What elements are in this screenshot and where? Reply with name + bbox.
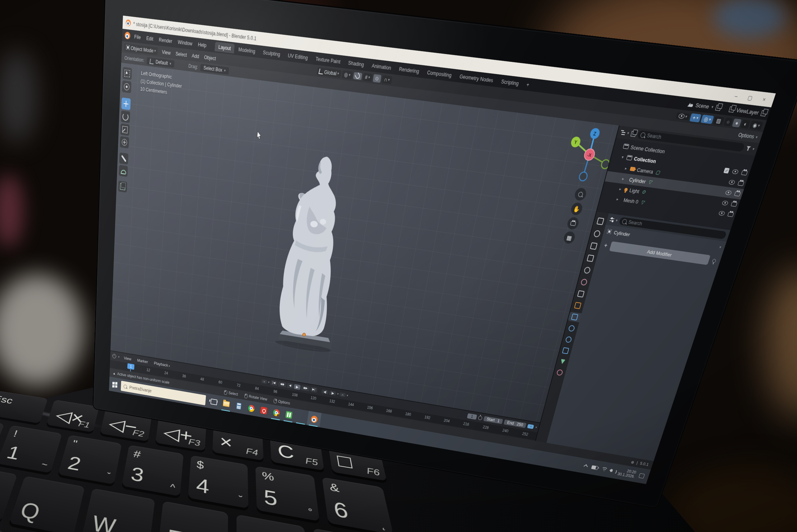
scene-selector[interactable]: Scene <box>695 102 710 110</box>
playhead[interactable]: 1 <box>127 363 134 370</box>
viewport-menu-object[interactable]: Object <box>202 53 219 62</box>
display-mode-icon[interactable] <box>630 131 637 137</box>
add-workspace-button[interactable]: + <box>523 81 533 88</box>
disable-in-renders-icon[interactable] <box>731 202 738 206</box>
disable-in-renders-icon[interactable] <box>738 180 744 186</box>
tab-sculpting[interactable]: Sculpting <box>259 47 284 59</box>
blender-menu-icon[interactable] <box>125 32 130 40</box>
tool-cursor[interactable] <box>122 80 132 93</box>
viewport-menu-add[interactable]: Add <box>189 51 202 60</box>
start-button[interactable] <box>112 382 117 387</box>
timeline-menu-view[interactable]: View <box>121 354 134 363</box>
visibility-dropdown[interactable]: ▾ <box>676 112 690 120</box>
options-dropdown[interactable]: Options ▾ <box>738 132 758 140</box>
filter-icon[interactable] <box>745 146 751 151</box>
outliner-editor-icon[interactable] <box>620 130 626 135</box>
shading-wireframe[interactable]: ○ <box>723 117 733 127</box>
new-scene-icon[interactable] <box>715 104 722 111</box>
show-overlays-toggle[interactable]: ◎▾ <box>701 115 715 124</box>
hide-in-viewport-icon[interactable] <box>722 200 729 205</box>
end-frame-field[interactable]: End 250 <box>504 420 527 428</box>
menu-edit[interactable]: Edit <box>143 33 156 43</box>
snap-toggle[interactable] <box>353 72 362 80</box>
start-frame-field[interactable]: Start 1 <box>483 416 503 424</box>
shading-material[interactable]: ◐ <box>741 119 751 128</box>
next-frame-button[interactable]: |▶ <box>329 391 337 395</box>
timeline-editor-icon[interactable] <box>112 354 116 359</box>
auto-keying-button[interactable]: ∩ <box>339 392 346 397</box>
disable-in-renders-icon[interactable] <box>741 170 748 175</box>
tool-annotate[interactable] <box>119 153 129 165</box>
tool-select-box[interactable] <box>122 67 132 80</box>
keying-set-button[interactable]: ○ <box>261 379 267 384</box>
viewlayer-selector[interactable]: ViewLayer <box>736 107 760 116</box>
expand-icon[interactable]: ▸ <box>623 166 629 171</box>
taskbar-calculator[interactable] <box>232 398 246 414</box>
viewport-menu-view[interactable]: View <box>159 48 173 57</box>
taskbar-settings[interactable] <box>294 409 309 425</box>
menu-help[interactable]: Help <box>195 40 210 50</box>
taskbar-chrome[interactable] <box>244 400 258 416</box>
timeline-overlay-button[interactable]: ◔ <box>527 424 534 429</box>
prev-keyframe-button[interactable]: ◀◆ <box>278 381 286 387</box>
tool-transform[interactable] <box>120 136 129 149</box>
taskbar-file-explorer[interactable] <box>220 396 233 412</box>
expand-icon[interactable]: ▸ <box>618 187 623 191</box>
disable-in-renders-icon[interactable] <box>727 212 734 217</box>
tab-modeling[interactable]: Modeling <box>234 44 259 56</box>
snap-target[interactable]: #▾ <box>363 73 373 81</box>
tab-scripting[interactable]: Scripting <box>497 76 524 89</box>
notification-icon[interactable] <box>639 473 645 478</box>
hide-in-viewport-icon[interactable] <box>718 210 725 215</box>
taskbar-task-view[interactable] <box>207 394 221 410</box>
proportional-editing-toggle[interactable]: ⊙ <box>373 74 381 82</box>
transform-orientation[interactable]: Global ▾ <box>317 67 342 78</box>
viewport-menu-select[interactable]: Select <box>173 49 190 59</box>
minimize-button[interactable]: – <box>730 92 743 100</box>
collapse-icon[interactable]: ▾ <box>620 154 625 159</box>
tab-layout[interactable]: Layout <box>214 41 235 53</box>
xray-toggle[interactable]: ▨ <box>713 116 724 125</box>
play-reverse-button[interactable]: ◀ <box>287 383 293 389</box>
shading-solid[interactable]: ● <box>732 118 742 127</box>
close-button[interactable]: × <box>758 95 771 103</box>
proportional-falloff[interactable]: ∩▾ <box>381 75 392 84</box>
tab-shading[interactable]: Shading <box>344 57 368 70</box>
properties-editor-icon[interactable] <box>609 217 614 222</box>
disable-in-renders-icon[interactable] <box>734 191 741 196</box>
mode-selector[interactable]: Object Mode ▾ <box>124 43 158 55</box>
menu-window[interactable]: Window <box>175 37 195 48</box>
menu-file[interactable]: File <box>131 32 144 42</box>
pivot-point[interactable]: ◎▾ <box>342 70 353 79</box>
checkbox-icon[interactable]: ✓ <box>723 168 730 173</box>
shading-rendered[interactable]: ◉▾ <box>749 120 763 130</box>
maximize-button[interactable]: ▢ <box>744 94 757 101</box>
taskbar-chrome-profile[interactable] <box>269 404 283 421</box>
tab-uv-editing[interactable]: UV Editing <box>284 50 312 62</box>
tray-clock[interactable]: 20:20 30.1.2026. <box>617 468 637 479</box>
taskbar-green-app[interactable] <box>281 406 296 423</box>
tool-add-cube[interactable] <box>118 180 127 192</box>
show-gizmos-toggle[interactable]: +▾ <box>689 113 702 122</box>
hide-in-viewport-icon[interactable] <box>728 179 736 185</box>
jump-start-button[interactable]: |◀ <box>270 380 278 386</box>
next-keyframe-button[interactable]: ◆▶ <box>301 385 310 392</box>
tab-animation[interactable]: Animation <box>368 60 396 73</box>
new-viewlayer-icon[interactable] <box>760 110 767 116</box>
pin-icon[interactable] <box>712 259 716 263</box>
tool-measure[interactable] <box>119 165 128 177</box>
tray-expand-icon[interactable] <box>584 464 588 469</box>
hide-in-viewport-icon[interactable] <box>732 169 739 174</box>
tool-rotate[interactable] <box>121 111 130 123</box>
stopwatch-icon[interactable] <box>478 416 482 420</box>
speaker-icon[interactable] <box>611 469 613 472</box>
menu-render[interactable]: Render <box>156 35 175 46</box>
hide-in-viewport-icon[interactable] <box>725 190 732 195</box>
tool-move[interactable] <box>121 97 131 110</box>
timeline-menu-marker[interactable]: Marker <box>135 357 151 365</box>
prev-frame-button[interactable]: ◀| <box>321 389 329 394</box>
taskbar-acrobat[interactable] <box>257 402 271 418</box>
tool-scale[interactable] <box>120 123 130 136</box>
play-button[interactable]: ▶ <box>293 384 301 390</box>
expand-icon[interactable]: ▸ <box>621 176 626 181</box>
